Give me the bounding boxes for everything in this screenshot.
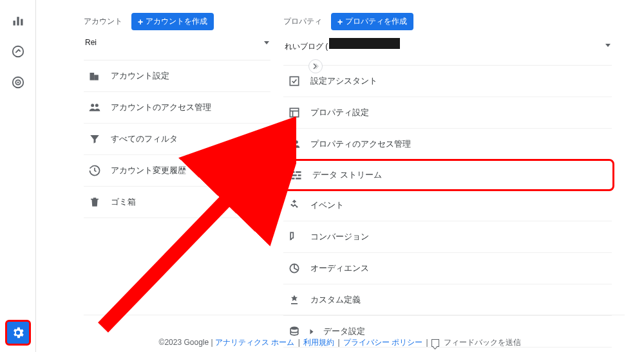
create-property-label: プロパティを作成 (345, 16, 407, 27)
item-icon (287, 324, 301, 338)
account-selector[interactable]: Rei (84, 35, 270, 51)
item-icon (287, 137, 301, 151)
property-selector[interactable]: れいブログ ( (283, 35, 612, 56)
item-icon (287, 74, 301, 88)
menu-item-label: アカウントのアクセス管理 (111, 102, 211, 113)
account-menu: アカウント設定 アカウントのアクセス管理 すべてのフィルタ アカウント変更履歴 … (84, 60, 270, 218)
svg-rect-8 (94, 75, 99, 80)
svg-rect-18 (296, 171, 301, 173)
explore-icon[interactable] (10, 44, 26, 59)
account-selector-value: Rei (85, 38, 97, 47)
property-item-9[interactable]: データ インポート (283, 347, 612, 352)
create-property-button[interactable]: + プロパティを作成 (331, 13, 413, 30)
property-column-label: プロパティ (283, 16, 322, 27)
left-nav (0, 0, 36, 352)
menu-item-label: データ ストリーム (312, 169, 382, 181)
create-account-label: アカウントを作成 (146, 16, 207, 27)
property-menu: 設定アシスタントプロパティ設定プロパティのアクセス管理データ ストリームイベント… (283, 65, 612, 352)
all-filters-item[interactable]: すべてのフィルタ (84, 124, 270, 155)
svg-rect-20 (298, 174, 301, 176)
svg-rect-17 (292, 171, 295, 173)
svg-point-10 (95, 104, 99, 107)
create-account-button[interactable]: + アカウントを作成 (131, 13, 214, 30)
history-icon (88, 163, 102, 178)
people-icon (88, 100, 102, 115)
account-column: アカウント + アカウントを作成 Rei アカウント設定 アカウントのアクセス管… (84, 13, 283, 315)
property-item-5[interactable]: コンバージョン (283, 221, 612, 253)
property-item-6[interactable]: オーディエンス (283, 253, 612, 284)
property-column: プロパティ + プロパティを作成 れいブログ ( 設定アシスタントプロパティ設定… (283, 13, 625, 315)
menu-item-label: アカウント変更履歴 (111, 165, 186, 176)
item-icon (287, 230, 301, 244)
item-icon (287, 106, 301, 120)
menu-item-label: カスタム定義 (310, 294, 361, 306)
building-icon (88, 69, 102, 83)
column-collapse-handle[interactable] (308, 59, 323, 73)
advertising-icon[interactable] (10, 75, 26, 90)
svg-point-15 (290, 140, 294, 144)
menu-item-label: コンバージョン (310, 231, 369, 243)
svg-point-16 (295, 140, 298, 144)
menu-item-label: オーディエンス (310, 263, 369, 274)
svg-rect-11 (290, 77, 298, 85)
account-history-item[interactable]: アカウント変更履歴 (84, 155, 270, 187)
admin-gear-button[interactable] (5, 320, 31, 346)
property-item-7[interactable]: カスタム定義 (283, 284, 612, 316)
menu-item-label: プロパティ設定 (310, 107, 369, 118)
feedback-icon (431, 339, 439, 347)
menu-item-label: プロパティのアクセス管理 (310, 138, 411, 150)
footer-home-link[interactable]: アナリティクス ホーム (215, 338, 294, 347)
chevron-down-icon (605, 44, 611, 47)
svg-rect-21 (292, 178, 295, 180)
svg-point-9 (91, 104, 94, 107)
item-icon (287, 293, 301, 307)
filter-icon (88, 132, 102, 146)
footer-privacy-link[interactable]: プライバシー ポリシー (343, 338, 422, 347)
account-access-item[interactable]: アカウントのアクセス管理 (84, 92, 270, 124)
menu-item-label: アカウント設定 (111, 70, 169, 82)
footer-copyright: ©2023 Google | (159, 338, 213, 347)
property-item-2[interactable]: プロパティのアクセス管理 (283, 129, 612, 160)
svg-rect-7 (90, 73, 95, 80)
admin-panel: アカウント + アカウントを作成 Rei アカウント設定 アカウントのアクセス管… (36, 0, 644, 352)
svg-rect-19 (292, 174, 297, 176)
footer-terms-link[interactable]: 利用規約 (303, 338, 334, 347)
property-item-3[interactable]: データ ストリーム (281, 159, 614, 191)
account-settings-item[interactable]: アカウント設定 (84, 60, 270, 92)
plus-icon: + (337, 17, 343, 27)
menu-item-label: ゴミ箱 (111, 196, 136, 208)
property-item-0[interactable]: 設定アシスタント (283, 66, 612, 97)
menu-item-label: すべてのフィルタ (111, 133, 178, 145)
svg-rect-0 (13, 21, 15, 26)
account-column-label: アカウント (84, 16, 122, 27)
svg-rect-12 (290, 108, 298, 116)
item-icon (287, 198, 301, 212)
menu-item-label: イベント (310, 199, 344, 211)
svg-point-24 (296, 206, 298, 208)
property-selector-value: れいブログ ( (285, 41, 328, 52)
property-item-1[interactable]: プロパティ設定 (283, 97, 612, 129)
chevron-right-icon (310, 329, 314, 334)
footer-feedback-link[interactable]: フィードバックを送信 (444, 338, 521, 347)
svg-point-6 (17, 82, 19, 84)
redacted-id (329, 38, 400, 49)
svg-rect-1 (17, 17, 19, 25)
bar-chart-icon[interactable] (10, 13, 26, 28)
item-icon (289, 168, 303, 182)
chevron-down-icon (264, 41, 269, 44)
item-icon (287, 261, 301, 275)
menu-item-label: データ設定 (323, 326, 365, 337)
svg-point-3 (12, 46, 23, 57)
menu-item-label: 設定アシスタント (310, 75, 377, 87)
plus-icon: + (138, 17, 143, 27)
trash-icon (88, 195, 102, 209)
svg-point-26 (290, 327, 298, 330)
svg-rect-2 (21, 19, 23, 26)
svg-point-23 (291, 204, 293, 206)
property-item-4[interactable]: イベント (283, 190, 612, 221)
svg-rect-22 (296, 178, 301, 180)
trash-item[interactable]: ゴミ箱 (84, 187, 270, 218)
footer: ©2023 Google | アナリティクス ホーム | 利用規約 | プライバ… (36, 337, 644, 348)
